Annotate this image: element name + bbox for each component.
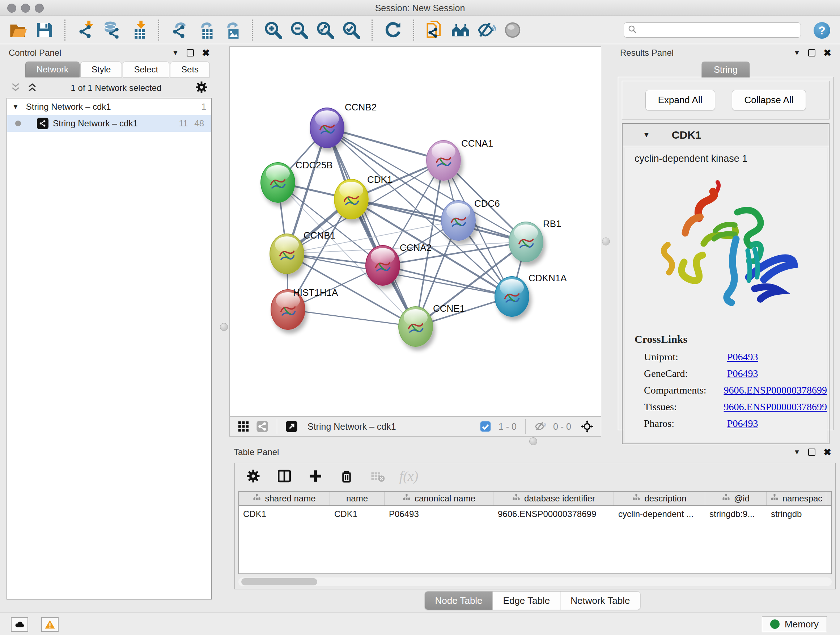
collapse-section-icon[interactable]: ▼	[643, 131, 650, 139]
panel-float-icon[interactable]	[808, 49, 815, 57]
zoom-fit-icon[interactable]	[312, 19, 338, 41]
edge[interactable]	[327, 128, 416, 326]
panel-float-icon[interactable]	[187, 49, 194, 57]
cell-database-identifier[interactable]: 9606.ENSP00000378699	[493, 509, 614, 519]
scrollbar-thumb[interactable]	[241, 578, 317, 585]
node-rb1[interactable]	[508, 222, 543, 262]
open-session-icon[interactable]	[5, 19, 31, 41]
node-cdk1[interactable]	[334, 179, 369, 219]
memory-button[interactable]: Memory	[762, 616, 827, 632]
zoom-selected-icon[interactable]	[338, 19, 364, 41]
node-ccne1[interactable]	[398, 306, 433, 347]
share-session-file-icon[interactable]	[422, 19, 447, 41]
detach-view-icon[interactable]	[284, 419, 299, 434]
node-ccnb1[interactable]	[270, 233, 304, 274]
network-badge-gray-icon[interactable]	[255, 419, 270, 434]
network-row-selected[interactable]: String Network – cdk1 11 48	[7, 115, 211, 132]
export-table-icon[interactable]	[193, 19, 218, 41]
right-splitter[interactable]	[601, 236, 611, 247]
import-network-file-icon[interactable]	[73, 19, 99, 41]
refresh-icon[interactable]	[380, 19, 406, 41]
collapse-all-icon[interactable]	[10, 82, 21, 94]
panel-close-icon[interactable]: ✖	[202, 48, 210, 57]
column-header-namespac[interactable]: namespac	[767, 492, 826, 505]
node-result-header[interactable]: ▼ CDK1	[622, 124, 829, 146]
table-row[interactable]: CDK1CDK1P064939606.ENSP00000378699cyclin…	[239, 506, 831, 522]
node-ccna2[interactable]	[365, 245, 400, 286]
tab-string[interactable]: String	[701, 62, 750, 78]
tab-sets[interactable]: Sets	[170, 62, 210, 78]
crosslink-link[interactable]: P06493	[727, 368, 758, 379]
zoom-in-icon[interactable]	[260, 19, 286, 41]
show-selected-icon[interactable]	[500, 19, 526, 41]
panel-close-icon[interactable]: ✖	[823, 48, 831, 57]
hide-selected-icon[interactable]	[474, 19, 500, 41]
warning-icon[interactable]	[41, 617, 58, 632]
delete-column-icon[interactable]	[338, 468, 355, 485]
network-options-gear-icon[interactable]	[195, 80, 208, 96]
column-header--id[interactable]: @id	[705, 492, 767, 505]
selected-checkbox-icon[interactable]	[478, 419, 493, 434]
search-box[interactable]	[624, 22, 801, 38]
panel-float-icon[interactable]	[808, 448, 815, 456]
cell-shared-name[interactable]: CDK1	[239, 509, 330, 519]
add-column-icon[interactable]	[307, 468, 324, 485]
cell-name[interactable]: CDK1	[330, 509, 385, 519]
tab-edge-table[interactable]: Edge Table	[493, 592, 561, 610]
panel-menu-icon[interactable]: ▼	[793, 448, 800, 456]
table-settings-gear-icon[interactable]	[245, 468, 262, 485]
help-icon[interactable]: ?	[813, 22, 830, 39]
tab-select[interactable]: Select	[123, 62, 169, 78]
cloud-status-icon[interactable]	[11, 617, 28, 632]
search-input[interactable]	[640, 25, 801, 35]
network-collection-row[interactable]: ▼ String Network – cdk1 1	[7, 98, 211, 115]
node-ccna1[interactable]	[426, 140, 461, 181]
panel-menu-icon[interactable]: ▼	[793, 49, 800, 57]
string-home-icon[interactable]	[447, 19, 474, 41]
hidden-eye-slash-icon[interactable]	[533, 419, 547, 434]
crosslink-link[interactable]: 9606.ENSP00000378699	[724, 385, 827, 396]
tab-node-table[interactable]: Node Table	[425, 592, 493, 610]
export-network-icon[interactable]	[166, 19, 193, 41]
expand-all-button[interactable]: Expand All	[645, 90, 715, 111]
cell-description[interactable]: cyclin-dependent ...	[614, 509, 705, 519]
splitter-handle[interactable]	[602, 238, 610, 245]
splitter-handle[interactable]	[529, 437, 537, 445]
import-network-database-icon[interactable]	[99, 19, 125, 41]
tab-style[interactable]: Style	[80, 62, 122, 78]
node-cdkn1a[interactable]	[494, 276, 529, 317]
import-table-icon[interactable]	[125, 19, 151, 41]
column-header-database-identifier[interactable]: database identifier	[493, 492, 614, 505]
crosslink-link[interactable]: 9606.ENSP00000378699	[724, 401, 827, 413]
expand-all-icon[interactable]	[27, 82, 38, 94]
splitter-handle[interactable]	[220, 323, 228, 331]
show-columns-icon[interactable]	[276, 468, 293, 485]
horizontal-scrollbar[interactable]	[238, 578, 832, 586]
column-header-shared-name[interactable]: shared name	[239, 492, 330, 505]
node-cdc6[interactable]	[441, 200, 476, 241]
cell--id[interactable]: stringdb:9...	[705, 509, 767, 519]
save-session-icon[interactable]	[31, 19, 57, 41]
fit-content-crosshair-icon[interactable]	[580, 419, 594, 434]
collection-disclosure-icon[interactable]: ▼	[12, 103, 19, 111]
cell-canonical-name[interactable]: P06493	[385, 509, 493, 519]
network-canvas[interactable]: CCNB2 CCNA1 CDC25B CDK1 CDC6 RB1 CCNB1 C…	[229, 46, 601, 416]
zoom-out-icon[interactable]	[286, 19, 312, 41]
tab-network[interactable]: Network	[25, 62, 80, 78]
left-splitter[interactable]	[219, 321, 229, 333]
export-image-icon[interactable]	[218, 19, 245, 41]
panel-menu-icon[interactable]: ▼	[172, 49, 179, 57]
edge[interactable]	[288, 310, 416, 326]
node-cdc25b[interactable]	[261, 162, 295, 203]
tab-network-table[interactable]: Network Table	[561, 592, 640, 610]
column-header-description[interactable]: description	[614, 492, 705, 505]
panel-close-icon[interactable]: ✖	[823, 448, 831, 457]
column-header-name[interactable]: name	[330, 492, 385, 505]
cell-namespac[interactable]: stringdb	[767, 509, 826, 519]
collapse-all-button[interactable]: Collapse All	[732, 90, 806, 111]
column-header-canonical-name[interactable]: canonical name	[385, 492, 493, 505]
grid-view-icon[interactable]	[236, 419, 251, 434]
node-ccnb2[interactable]	[309, 108, 344, 148]
crosslink-link[interactable]: P06493	[727, 351, 758, 363]
crosslink-link[interactable]: P06493	[727, 418, 758, 429]
